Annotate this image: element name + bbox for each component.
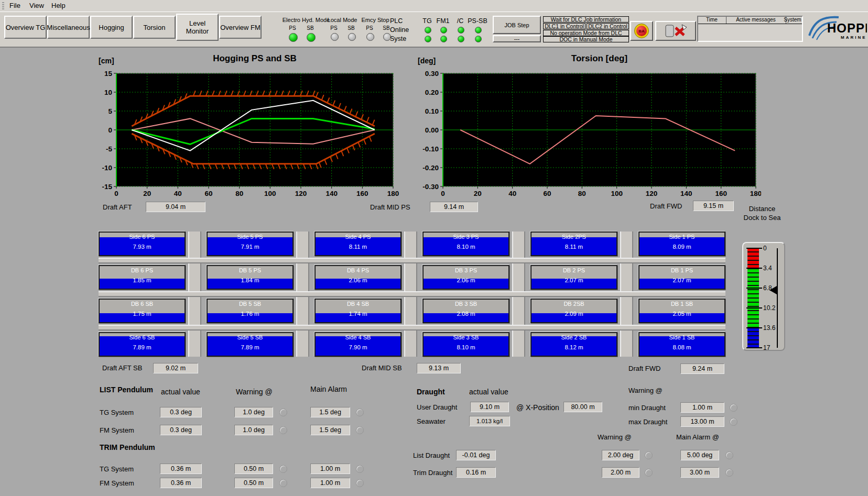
tank-db-2sb[interactable]: DB 2SB2.09 m <box>530 299 617 323</box>
dlc2-control-button[interactable]: DLC2 in Control <box>587 23 629 29</box>
active-messages-panel[interactable]: Time Active messages System <box>697 16 803 42</box>
col-actual-value: actual value <box>161 388 200 396</box>
tank-db-4-sb[interactable]: DB 4 SB1.74 m <box>314 299 402 323</box>
list-fm-alarm[interactable]: 1.5 deg <box>310 425 350 435</box>
tab-overview-fm[interactable]: Overview FM <box>219 16 262 39</box>
tank-value: 8.12 m <box>531 344 616 350</box>
trim-draught-alarm[interactable]: 3.00 m <box>680 467 719 478</box>
svg-text:-0.20: -0.20 <box>422 164 439 172</box>
svg-text:80: 80 <box>578 190 586 197</box>
trim-tg-warning[interactable]: 0.50 m <box>234 464 273 474</box>
tank-side-5-ps[interactable]: Side 5 PS7.91 m <box>207 232 294 256</box>
gauge-tick-label: 17 <box>763 344 770 351</box>
emergency-stop-button[interactable]: BA <box>630 21 653 41</box>
list-draught-warning[interactable]: 2.00 deg <box>602 450 639 460</box>
exit-button[interactable] <box>655 21 696 41</box>
emergency-stop-icon: BA <box>634 24 649 38</box>
job-step-button[interactable]: JOB Step <box>493 16 541 34</box>
tank-db-1-ps[interactable]: DB 1 PS2.07 m <box>638 265 725 290</box>
tab-miscellaneous[interactable]: Miscellaneous <box>47 16 90 39</box>
dlc1-control-button[interactable]: DLC1 in Control <box>543 23 585 29</box>
plc-led-icon <box>425 27 431 34</box>
system-label: Syste <box>390 35 406 42</box>
tank-side-4-sb[interactable]: Side 4 SB7.90 m <box>314 332 402 357</box>
list-tg-alarm[interactable]: 1.5 deg <box>310 407 350 417</box>
tank-value: 2.06 m <box>316 277 400 283</box>
svg-text:140: 140 <box>680 190 692 197</box>
trim-fm-warning[interactable]: 0.50 m <box>234 478 273 488</box>
tank-side-4-ps[interactable]: Side 4 PS8.11 m <box>314 232 402 256</box>
job-step-value: --- <box>493 35 541 42</box>
plc-led-icon <box>440 36 447 42</box>
trim-tg-label: TG System <box>100 465 134 473</box>
svg-text:0: 0 <box>441 190 445 197</box>
tank-name: Side 1 SB <box>639 334 724 340</box>
menu-file[interactable]: File <box>7 2 23 9</box>
tank-name: Side 6 SB <box>100 334 185 340</box>
tab-overview-tg[interactable]: Overview TG <box>4 16 47 39</box>
svg-text:140: 140 <box>326 190 338 197</box>
grid-divider <box>99 258 725 263</box>
tank-db-2-ps[interactable]: DB 2 PS2.07 m <box>530 265 617 290</box>
tank-side-6-sb[interactable]: Side 6 SB7.89 m <box>99 332 186 357</box>
status-group-emcy-stop: Emcy StopPSSB <box>356 14 394 44</box>
menu-help[interactable]: Help <box>49 2 68 9</box>
tank-db-6-ps[interactable]: DB 6 PS1.85 m <box>99 265 186 290</box>
tank-side-3-ps[interactable]: Side 3 PS8.10 m <box>422 232 509 256</box>
trim-tg-alarm[interactable]: 1.00 m <box>310 464 350 474</box>
tank-db-3-sb[interactable]: DB 3 SB2.08 m <box>422 299 509 323</box>
tank-name: DB 4 SB <box>316 301 400 307</box>
plc-col--c: /C <box>457 17 464 25</box>
list-tg-warning[interactable]: 1.0 deg <box>234 407 273 417</box>
x-position-value[interactable]: 80.00 m <box>563 402 602 412</box>
tank-value: 7.91 m <box>208 244 292 250</box>
max-draught-value[interactable]: 13.00 m <box>680 416 724 427</box>
user-draught-value[interactable]: 9.10 m <box>470 402 509 412</box>
col-active-messages: Active messages <box>726 17 785 24</box>
tank-side-1-sb[interactable]: Side 1 SB8.08 m <box>638 332 725 357</box>
tank-db-4-ps[interactable]: DB 4 PS2.06 m <box>314 265 402 290</box>
list-fm-label: FM System <box>100 426 134 434</box>
list-tg-label: TG System <box>100 409 134 416</box>
tank-name: Side 3 SB <box>424 334 508 340</box>
tank-side-2-sb[interactable]: Side 2 SB8.12 m <box>530 332 617 357</box>
trim-draught-warning[interactable]: 2.00 m <box>602 467 639 478</box>
plc-label: PLC <box>390 17 403 25</box>
list-draught-alarm[interactable]: 5.00 deg <box>680 450 719 460</box>
list-draught-value: -0.01 deg <box>456 450 496 460</box>
tank-name: DB 4 PS <box>316 267 400 273</box>
trim-fm-alarm[interactable]: 1.00 m <box>310 478 350 488</box>
tank-name: DB 2SB <box>531 301 616 307</box>
tab-torsion[interactable]: Torsion <box>133 16 176 39</box>
hoppe-marine-logo: HOPPE MARINE <box>808 14 867 43</box>
svg-text:-5: -5 <box>106 145 112 153</box>
svg-text:0: 0 <box>114 190 118 197</box>
torsion-chart-title: Torsion [deg] <box>443 53 756 64</box>
tank-db-3-ps[interactable]: DB 3 PS2.06 m <box>422 265 509 290</box>
tank-db-6-sb[interactable]: DB 6 SB1.75 m <box>99 299 186 323</box>
electro-hyd-mode-ps-led-icon <box>289 33 298 42</box>
svg-text:60: 60 <box>204 190 212 197</box>
tank-side-3-sb[interactable]: Side 3 SB8.10 m <box>422 332 509 357</box>
tab-hogging[interactable]: Hogging <box>90 16 133 39</box>
tab-level-monitor[interactable]: Level Monitor <box>176 14 219 41</box>
tank-side-6-ps[interactable]: Side 6 PS7.93 m <box>99 232 186 256</box>
max-draught-indicator <box>730 418 737 426</box>
tank-side-2ps[interactable]: Side 2PS8.11 m <box>530 232 617 256</box>
tank-side-1-ps[interactable]: Side 1 PS8.09 m <box>638 232 725 256</box>
hogging-chart: 020406080100120140160180-15-10-5051015 <box>96 67 402 202</box>
list-fm-warning[interactable]: 1.0 deg <box>234 425 273 435</box>
plc-led-icon <box>475 27 482 34</box>
tank-db-1-sb[interactable]: DB 1 SB2.05 m <box>638 299 725 323</box>
menu-grip-icon <box>2 2 4 9</box>
gauge-tick-label: 0 <box>763 245 767 252</box>
min-draught-value[interactable]: 1.00 m <box>680 402 724 413</box>
tank-value: 7.89 m <box>208 344 292 350</box>
svg-text:100: 100 <box>264 190 276 197</box>
tank-value: 1.85 m <box>100 277 185 283</box>
svg-text:160: 160 <box>715 190 727 197</box>
tank-db-5-sb[interactable]: DB 5 SB1.76 m <box>207 299 294 323</box>
menu-view[interactable]: View <box>27 2 46 9</box>
tank-side-5-sb[interactable]: Side 5 SB7.89 m <box>207 332 294 357</box>
tank-db-5-ps[interactable]: DB 5 PS1.84 m <box>207 265 294 290</box>
